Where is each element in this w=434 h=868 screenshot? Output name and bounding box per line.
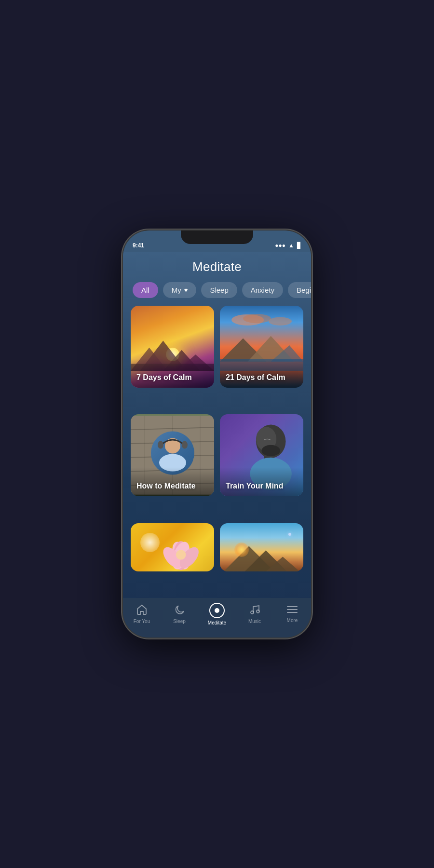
home-icon (136, 604, 148, 617)
status-icons: ●●● ▲ ▊ (275, 242, 301, 249)
light-burst (140, 533, 160, 552)
svg-point-11 (269, 317, 292, 326)
filter-anxiety-label: Anxiety (251, 286, 274, 294)
card-6-background (220, 523, 303, 571)
meditate-circle-button[interactable] (209, 603, 225, 618)
page-title: Meditate (133, 259, 301, 274)
nav-sleep-label: Sleep (173, 619, 186, 624)
nav-for-you-label: For You (134, 619, 150, 624)
card-2-label: 21 Days of Calm (226, 373, 298, 382)
phone-frame: 9:41 ●●● ▲ ▊ Meditate All My ♥ (123, 231, 311, 637)
nav-item-for-you[interactable]: For You (123, 598, 161, 630)
filter-tab-all[interactable]: All (133, 282, 158, 298)
filter-beginners-label: Beginners (297, 286, 311, 294)
nav-music-label: Music (248, 619, 261, 624)
wifi-icon: ▲ (288, 242, 294, 249)
card-6[interactable] (220, 523, 303, 571)
nav-item-sleep[interactable]: Sleep (161, 598, 198, 630)
card-7-days[interactable]: 7 Days of Calm (131, 306, 214, 388)
card-5-background (131, 523, 214, 571)
filter-tabs: All My ♥ Sleep Anxiety Beginners (123, 280, 311, 306)
music-icon (249, 604, 260, 617)
clouds-svg (220, 313, 303, 331)
card-21-days[interactable]: 21 Days of Calm (220, 306, 303, 388)
svg-point-30 (262, 445, 280, 456)
filter-tab-my[interactable]: My ♥ (163, 282, 197, 298)
nav-more-label: More (287, 618, 298, 623)
card-3-label: How to Meditate (136, 482, 208, 490)
card-4-label: Train Your Mind (226, 482, 298, 490)
card6-mountain-svg (220, 538, 303, 571)
svg-point-10 (243, 314, 271, 323)
card-1-label: 7 Days of Calm (136, 373, 208, 382)
nav-item-music[interactable]: Music (236, 598, 273, 630)
filter-my-label: My (172, 286, 181, 294)
card-5[interactable] (131, 523, 214, 571)
header: Meditate (123, 252, 311, 280)
filter-tab-sleep[interactable]: Sleep (201, 282, 237, 298)
filter-sleep-label: Sleep (210, 286, 228, 294)
signal-icon: ●●● (275, 242, 285, 249)
svg-point-36 (176, 550, 186, 560)
status-time: 9:41 (133, 242, 144, 249)
nav-item-more[interactable]: More (273, 598, 311, 630)
heart-icon: ♥ (184, 286, 188, 294)
meditate-dot (215, 608, 219, 613)
filter-all-label: All (141, 286, 149, 294)
nav-item-meditate[interactable]: Meditate (198, 598, 236, 630)
nav-meditate-label: Meditate (208, 620, 226, 625)
card-train-your-mind[interactable]: Train Your Mind (220, 414, 303, 496)
svg-point-23 (158, 441, 163, 449)
phone-screen: 9:41 ●●● ▲ ▊ Meditate All My ♥ (123, 231, 311, 637)
battery-icon: ▊ (297, 242, 301, 249)
moon-icon (174, 604, 185, 617)
menu-icon (286, 605, 298, 616)
notch (181, 231, 253, 244)
filter-tab-beginners[interactable]: Beginners (288, 282, 311, 298)
cards-grid: 7 Days of Calm (123, 306, 311, 598)
star (288, 533, 291, 536)
bottom-nav: For You Sleep Meditate (123, 598, 311, 637)
svg-point-24 (182, 441, 188, 449)
sun-glow (234, 542, 249, 557)
screen-content: Meditate All My ♥ Sleep Anxiety Begin (123, 252, 311, 637)
filter-tab-anxiety[interactable]: Anxiety (242, 282, 283, 298)
card-how-to-meditate[interactable]: How to Meditate (131, 414, 214, 496)
